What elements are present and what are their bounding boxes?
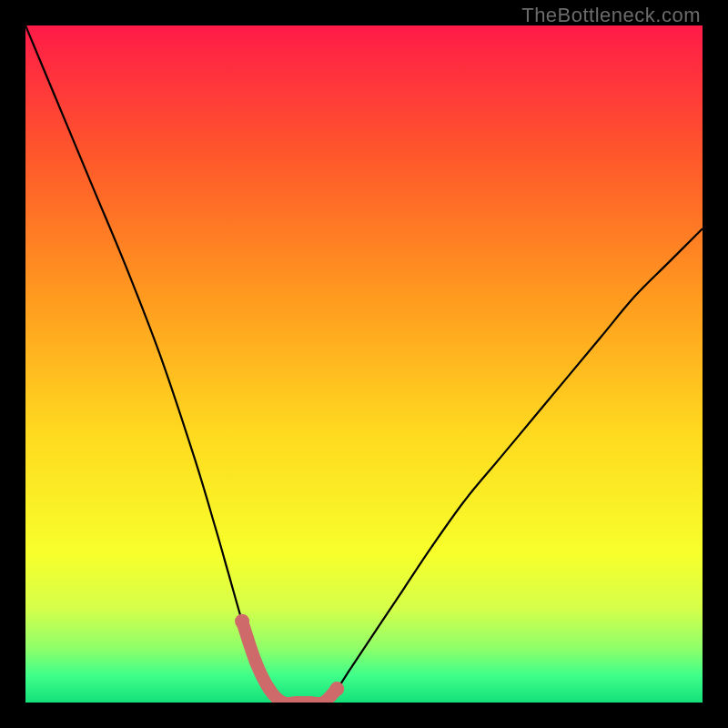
valley-dot [329, 682, 344, 696]
valley-dot [249, 655, 262, 668]
chart-svg [25, 25, 703, 703]
chart-frame: TheBottleneck.com [0, 0, 728, 728]
gradient-background [25, 25, 703, 703]
valley-dot [263, 682, 276, 695]
watermark-text: TheBottleneck.com [521, 4, 701, 27]
valley-dot [235, 614, 249, 629]
plot-area [25, 25, 703, 703]
